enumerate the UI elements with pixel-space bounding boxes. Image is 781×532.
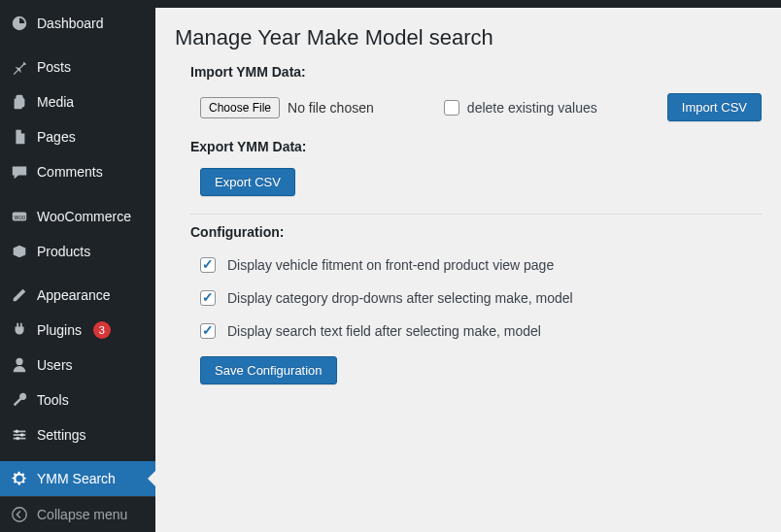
config-label: Display vehicle fitment on front-end pro… [227,257,554,273]
gear-icon [10,469,29,488]
sidebar-item-settings[interactable]: Settings [0,417,155,452]
config-label: Display search text field after selectin… [227,323,541,339]
sidebar-item-ymm-search[interactable]: YMM Search [0,461,155,496]
config-checkbox-category-dropdowns[interactable] [200,290,216,306]
config-checkbox-search-text[interactable] [200,323,216,339]
svg-point-6 [20,433,24,437]
file-input-group: Choose File No file chosen [200,97,374,118]
choose-file-button[interactable]: Choose File [200,97,280,118]
page-title: Manage Year Make Model search [175,25,762,50]
sidebar-item-label: Dashboard [37,16,104,31]
config-list: Display vehicle fitment on front-end pro… [200,257,762,339]
import-csv-button[interactable]: Import CSV [667,93,762,121]
admin-topbar [155,0,781,8]
tools-icon [10,390,29,410]
sidebar-item-label: YMM Search [37,471,116,486]
sidebar-item-label: Media [37,94,74,110]
sidebar-item-products[interactable]: Products [0,234,155,269]
delete-existing-checkbox[interactable] [444,100,459,116]
sidebar-item-plugins[interactable]: Plugins 3 [0,313,155,348]
sidebar-item-label: Plugins [37,322,82,338]
sidebar-collapse[interactable]: Collapse menu [0,496,155,532]
config-checkbox-fitment[interactable] [200,257,216,273]
svg-point-8 [13,508,26,521]
sidebar-item-dashboard[interactable]: Dashboard [0,6,155,41]
save-configuration-button[interactable]: Save Configuration [200,356,337,384]
config-item-search-text: Display search text field after selectin… [200,323,762,339]
config-item-fitment: Display vehicle fitment on front-end pro… [200,257,762,273]
svg-text:woo: woo [14,213,26,219]
import-section-label: Import YMM Data: [190,64,762,80]
woocommerce-icon: woo [10,207,29,226]
main-panel: Manage Year Make Model search Import YMM… [155,0,781,532]
plugins-icon [10,320,29,340]
sidebar-item-label: Collapse menu [37,507,127,522]
svg-point-7 [16,437,19,441]
admin-sidebar: Dashboard Posts Media Pages Comments woo… [0,0,155,532]
config-section-label: Configuration: [190,224,762,240]
sidebar-item-tools[interactable]: Tools [0,382,155,417]
sidebar-item-media[interactable]: Media [0,84,155,119]
config-item-category-dropdowns: Display category drop-downs after select… [200,290,762,306]
comments-icon [10,162,29,182]
sidebar-item-label: Posts [37,59,71,75]
delete-existing-group: delete existing values [444,100,597,116]
sidebar-item-label: Appearance [37,287,111,303]
sidebar-item-posts[interactable]: Posts [0,50,155,84]
appearance-icon [10,285,29,305]
users-icon [10,355,29,375]
sidebar-item-label: Users [37,357,73,373]
file-status-text: No file chosen [288,100,374,116]
sidebar-item-label: Settings [37,427,86,443]
import-row: Choose File No file chosen delete existi… [200,93,762,121]
sidebar-item-pages[interactable]: Pages [0,119,155,154]
pin-icon [10,57,29,77]
products-icon [10,242,29,261]
media-icon [10,92,29,112]
sidebar-item-label: Tools [37,392,69,408]
settings-icon [10,425,29,445]
config-label: Display category drop-downs after select… [227,290,573,306]
svg-point-5 [16,429,19,433]
plugins-update-badge: 3 [93,321,111,339]
sidebar-item-label: Pages [37,129,76,145]
sidebar-item-label: Products [37,244,90,259]
delete-existing-label: delete existing values [467,100,597,116]
sidebar-item-users[interactable]: Users [0,348,155,382]
sidebar-item-comments[interactable]: Comments [0,154,155,189]
sidebar-item-appearance[interactable]: Appearance [0,278,155,313]
divider [190,214,762,215]
export-section-label: Export YMM Data: [190,139,762,154]
export-csv-button[interactable]: Export CSV [200,168,295,196]
sidebar-item-woocommerce[interactable]: woo WooCommerce [0,199,155,234]
pages-icon [10,127,29,147]
dashboard-icon [10,14,29,33]
sidebar-item-label: Comments [37,164,103,180]
collapse-icon [10,505,29,524]
sidebar-item-label: WooCommerce [37,209,131,224]
